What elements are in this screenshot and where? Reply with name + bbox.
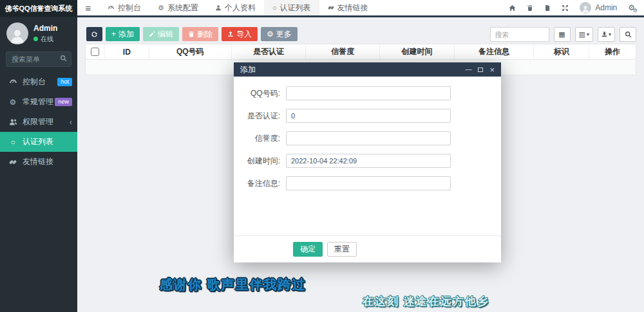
column-header-actions[interactable]: 操作 <box>589 44 636 59</box>
search-icon <box>625 31 632 38</box>
plus-icon: + <box>111 30 116 39</box>
download-icon <box>601 32 607 37</box>
form-row-verified: 是否认证: <box>234 109 501 123</box>
column-header-id[interactable]: ID <box>105 44 149 59</box>
table-icon: ▦ <box>558 30 565 39</box>
maximize-icon[interactable] <box>478 68 483 72</box>
gear-icon: ⚙ <box>158 4 164 12</box>
new-badge: new <box>55 98 72 106</box>
video-subtitle-line2: 在这刻 迷途在远方他乡 <box>363 294 489 309</box>
column-header-created[interactable]: 创建时间 <box>380 44 454 59</box>
person-icon <box>9 28 26 44</box>
top-navbar: ≡ 控制台 ⚙ 系统配置 个人资料 ○ 认证列表 友情链接 Admin ⚙⚙ <box>77 0 644 17</box>
column-header-qq[interactable]: QQ号码 <box>149 44 232 59</box>
qq-number-label: QQ号码: <box>234 88 280 99</box>
gear-icon: ⚙ <box>8 98 18 107</box>
dialog-title: 添加 <box>240 64 256 75</box>
caret-down-icon: ▾ <box>609 32 611 37</box>
dialog-footer: 确定 重置 <box>234 235 501 262</box>
nav-item-profile[interactable]: 个人资料 <box>207 0 264 15</box>
hot-badge: hot <box>57 78 72 86</box>
verified-field[interactable] <box>286 109 451 123</box>
table-header-row: ID QQ号码 是否认证 信誉度 创建时间 备注信息 标识 操作 <box>85 44 636 60</box>
column-header-flag[interactable]: 标识 <box>534 44 589 59</box>
view-toggle-button[interactable]: ▥▾ <box>575 27 593 42</box>
avatar <box>580 2 591 14</box>
search-button[interactable] <box>620 27 636 42</box>
user-menu[interactable]: Admin <box>580 2 617 14</box>
created-time-label: 创建时间: <box>234 156 280 167</box>
gear-icon: ⚙ <box>267 30 274 39</box>
sidebar-item-links[interactable]: 友情链接 <box>0 152 77 172</box>
reputation-label: 信誉度: <box>234 133 280 144</box>
qq-number-field[interactable] <box>286 86 451 100</box>
refresh-button[interactable] <box>86 27 102 41</box>
sidebar-item-permissions[interactable]: 权限管理 ‹ <box>0 112 77 132</box>
circle-icon: ○ <box>272 4 277 12</box>
delete-button[interactable]: 删除 <box>182 27 218 41</box>
verified-label: 是否认证: <box>234 111 280 122</box>
app-title: 佛爷QQ信誉查询系统 <box>0 0 77 17</box>
pencil-icon <box>149 31 155 37</box>
import-button[interactable]: 导入 <box>222 27 258 41</box>
add-dialog: 添加 — × QQ号码: 是否认证: 信誉度: 创建时间: 备注信息: 确定 <box>234 62 501 262</box>
columns-toggle-button[interactable]: ▦ <box>554 27 571 42</box>
nav-item-links[interactable]: 友情链接 <box>319 0 377 15</box>
link-icon <box>328 5 334 11</box>
user-avatar <box>6 23 28 44</box>
cogs-icon[interactable]: ⚙⚙ <box>628 3 635 12</box>
sidebar-item-dashboard[interactable]: 控制台 hot <box>0 72 77 92</box>
edit-button[interactable]: 编辑 <box>143 27 179 41</box>
video-subtitle-line1: 感谢你 歌声里伴我跨过 <box>160 276 307 293</box>
nav-item-auth-list[interactable]: ○ 认证列表 <box>264 0 319 15</box>
minimize-icon[interactable]: — <box>465 66 471 73</box>
link-icon <box>8 158 18 166</box>
reset-button[interactable]: 重置 <box>327 242 357 257</box>
grid-icon: ▥ <box>579 30 585 39</box>
home-icon[interactable] <box>509 5 516 12</box>
sidebar-user-panel: Admin 在线 <box>0 17 77 50</box>
topnav-user-name: Admin <box>595 3 617 12</box>
file-icon[interactable] <box>544 5 551 12</box>
users-icon <box>8 118 18 126</box>
search-icon <box>60 55 67 62</box>
remark-label: 备注信息: <box>234 178 280 189</box>
nav-item-dashboard[interactable]: 控制台 <box>99 0 149 15</box>
sidebar-user-name: Admin <box>33 24 57 33</box>
table-search-input[interactable] <box>490 27 549 42</box>
column-header-verified[interactable]: 是否认证 <box>232 44 306 59</box>
select-all-checkbox[interactable] <box>91 48 99 56</box>
form-row-qq: QQ号码: <box>234 86 501 100</box>
dialog-header[interactable]: 添加 — × <box>234 62 501 77</box>
export-button[interactable]: ▾ <box>598 27 615 42</box>
form-row-remark: 备注信息: <box>234 176 501 190</box>
more-button[interactable]: ⚙更多 <box>261 27 298 41</box>
refresh-icon <box>91 31 98 38</box>
online-status-icon <box>33 37 38 41</box>
add-button[interactable]: +添加 <box>106 27 140 41</box>
chevron-left-icon: ‹ <box>70 118 72 127</box>
gauge-icon <box>8 78 18 86</box>
sidebar-item-general[interactable]: ⚙ 常规管理 new <box>0 92 77 112</box>
toolbar: +添加 编辑 删除 导入 ⚙更多 <box>86 27 298 41</box>
form-row-created-time: 创建时间: <box>234 154 501 168</box>
sidebar-item-auth-list[interactable]: ○ 认证列表 <box>0 132 77 152</box>
upload-icon <box>227 31 234 37</box>
close-icon[interactable]: × <box>489 66 495 74</box>
confirm-button[interactable]: 确定 <box>293 242 323 257</box>
nav-item-system-config[interactable]: ⚙ 系统配置 <box>149 0 207 15</box>
column-header-reputation[interactable]: 信誉度 <box>306 44 380 59</box>
caret-down-icon: ▾ <box>587 32 589 37</box>
sidebar-user-status: 在线 <box>33 35 57 44</box>
fullscreen-icon[interactable] <box>562 5 569 12</box>
hamburger-icon[interactable]: ≡ <box>77 0 99 15</box>
remark-field[interactable] <box>286 176 451 190</box>
gauge-icon <box>108 5 115 12</box>
column-header-remark[interactable]: 备注信息 <box>455 44 535 59</box>
created-time-field[interactable] <box>286 154 451 168</box>
trash-icon[interactable] <box>527 5 533 12</box>
trash-icon <box>188 31 194 37</box>
person-icon <box>215 5 222 11</box>
reputation-field[interactable] <box>286 131 451 145</box>
form-row-reputation: 信誉度: <box>234 131 501 145</box>
